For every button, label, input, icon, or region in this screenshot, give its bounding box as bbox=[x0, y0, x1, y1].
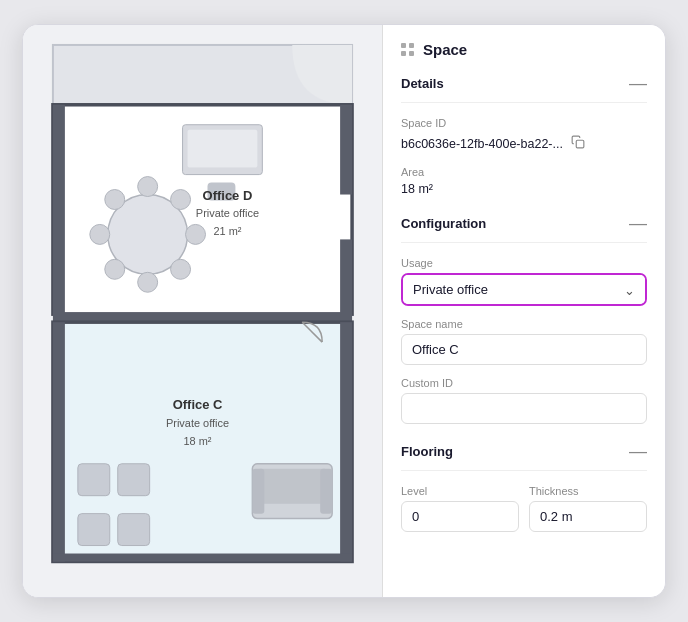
svg-rect-32 bbox=[78, 514, 110, 546]
drag-icon bbox=[401, 43, 415, 57]
thickness-label: Thickness bbox=[529, 485, 647, 497]
space-name-input[interactable] bbox=[401, 334, 647, 365]
svg-rect-33 bbox=[118, 464, 150, 496]
details-section: Details — Space ID b6c0636e-12fb-400e-ba… bbox=[401, 74, 647, 196]
svg-text:18 m²: 18 m² bbox=[184, 435, 212, 447]
usage-select-wrapper: Private office Open office Meeting room … bbox=[401, 273, 647, 306]
flooring-fields: Level Thickness bbox=[401, 485, 647, 544]
space-name-label: Space name bbox=[401, 318, 647, 330]
flooring-divider bbox=[401, 470, 647, 471]
level-input[interactable] bbox=[401, 501, 519, 532]
details-label: Details bbox=[401, 76, 444, 91]
copy-id-button[interactable] bbox=[569, 133, 587, 154]
svg-rect-3 bbox=[53, 105, 65, 314]
svg-rect-23 bbox=[53, 322, 65, 561]
details-divider bbox=[401, 102, 647, 103]
svg-point-12 bbox=[90, 224, 110, 244]
usage-group: Usage Private office Open office Meeting… bbox=[401, 257, 647, 306]
configuration-toggle[interactable]: — bbox=[629, 214, 647, 232]
svg-rect-38 bbox=[576, 140, 584, 148]
svg-point-17 bbox=[171, 259, 191, 279]
configuration-divider bbox=[401, 242, 647, 243]
custom-id-input[interactable] bbox=[401, 393, 647, 424]
svg-text:Private office: Private office bbox=[166, 417, 229, 429]
flooring-toggle[interactable]: — bbox=[629, 442, 647, 460]
floor-plan-panel: Office D Private office 21 m² bbox=[23, 25, 383, 597]
svg-point-14 bbox=[105, 190, 125, 210]
level-label: Level bbox=[401, 485, 519, 497]
area-group: Area 18 m² bbox=[401, 166, 647, 196]
svg-text:Private office: Private office bbox=[196, 207, 259, 219]
svg-rect-25 bbox=[53, 554, 352, 562]
details-header: Details — bbox=[401, 74, 647, 92]
svg-rect-28 bbox=[257, 469, 327, 504]
flooring-label: Flooring bbox=[401, 444, 453, 459]
svg-rect-7 bbox=[188, 130, 258, 168]
flooring-header: Flooring — bbox=[401, 442, 647, 460]
flooring-section: Flooring — Level Thickness bbox=[401, 442, 647, 544]
thickness-input[interactable] bbox=[529, 501, 647, 532]
panel-header: Space bbox=[401, 41, 647, 58]
area-label: Area bbox=[401, 166, 647, 178]
space-name-group: Space name bbox=[401, 318, 647, 365]
custom-id-group: Custom ID bbox=[401, 377, 647, 424]
thickness-group: Thickness bbox=[529, 485, 647, 532]
configuration-label: Configuration bbox=[401, 216, 486, 231]
space-id-label: Space ID bbox=[401, 117, 647, 129]
details-toggle[interactable]: — bbox=[629, 74, 647, 92]
level-group: Level bbox=[401, 485, 519, 532]
svg-point-11 bbox=[138, 272, 158, 292]
usage-select[interactable]: Private office Open office Meeting room … bbox=[403, 275, 645, 304]
svg-rect-5 bbox=[340, 239, 352, 314]
svg-point-10 bbox=[138, 177, 158, 197]
panel-title: Space bbox=[423, 41, 467, 58]
svg-text:21 m²: 21 m² bbox=[213, 225, 241, 237]
svg-point-16 bbox=[105, 259, 125, 279]
configuration-header: Configuration — bbox=[401, 214, 647, 232]
svg-text:Office C: Office C bbox=[173, 397, 223, 412]
svg-rect-29 bbox=[252, 469, 264, 514]
usage-label: Usage bbox=[401, 257, 647, 269]
svg-rect-4 bbox=[340, 105, 352, 195]
svg-rect-34 bbox=[118, 514, 150, 546]
svg-rect-24 bbox=[340, 322, 352, 561]
main-card: Office D Private office 21 m² bbox=[22, 24, 666, 598]
svg-text:Office D: Office D bbox=[203, 188, 253, 203]
svg-point-13 bbox=[186, 224, 206, 244]
svg-rect-31 bbox=[78, 464, 110, 496]
space-id-group: Space ID b6c0636e-12fb-400e-ba22-... bbox=[401, 117, 647, 154]
side-panel: Space Details — Space ID b6c0636e-12fb-4… bbox=[383, 25, 665, 597]
space-id-value: b6c0636e-12fb-400e-ba22-... bbox=[401, 137, 563, 151]
custom-id-label: Custom ID bbox=[401, 377, 647, 389]
svg-rect-30 bbox=[320, 469, 332, 514]
svg-point-15 bbox=[171, 190, 191, 210]
space-id-row: b6c0636e-12fb-400e-ba22-... bbox=[401, 133, 647, 154]
area-value: 18 m² bbox=[401, 182, 647, 196]
configuration-section: Configuration — Usage Private office Ope… bbox=[401, 214, 647, 424]
